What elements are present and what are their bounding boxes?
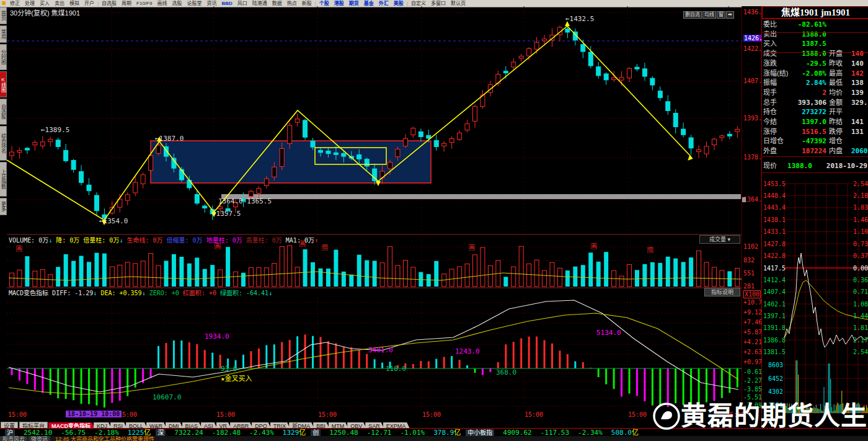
- index-name[interactable]: 深: [156, 429, 166, 436]
- time-label: 15:00: [8, 411, 27, 418]
- tick-axis-label: 8603: [763, 362, 783, 368]
- toolbar-button-窗[interactable]: 窗: [717, 11, 725, 19]
- panel-divider: [762, 52, 868, 53]
- index-name[interactable]: 创: [311, 429, 321, 436]
- quote-label: 涨跌: [763, 60, 777, 67]
- chart-annotation: 118.0: [386, 365, 406, 373]
- instrument-title: 焦煤1901 jm1901: [762, 6, 868, 19]
- sidebar-item-综合排名[interactable]: 综合排名: [0, 126, 7, 161]
- quote-value: 2: [788, 88, 826, 97]
- quote-value: 187224: [788, 146, 826, 156]
- tick-axis-label: 1391.8: [763, 324, 783, 331]
- volume-dropdown[interactable]: 成交量 ▾: [699, 235, 740, 244]
- chart-annotation: 5134.0: [596, 329, 621, 337]
- watermark: 黄磊的期货人生: [652, 400, 867, 432]
- quote-row-持仓: 持仓273272开平: [763, 107, 867, 117]
- quote-value: 1388.0: [788, 30, 826, 39]
- quote-value: -47392: [788, 136, 826, 146]
- time-label: 15:00: [525, 411, 543, 418]
- indicator-header-segment: 降: 0万: [52, 237, 79, 244]
- watermark-logo-icon: [652, 402, 681, 430]
- toolbar-button-均线[interactable]: 均线: [702, 11, 716, 19]
- quote-row-委比: 委比-82.61%: [763, 20, 867, 29]
- chart-annotation: ★金叉买入: [221, 373, 252, 383]
- chart-annotation: ←1432.5: [565, 15, 594, 23]
- quote-label: 总手: [763, 99, 777, 106]
- panel-divider: [762, 19, 868, 19]
- tick-pct-label: 0.36: [853, 277, 868, 283]
- indicator-header-segment: 倍量柱: 0万: [79, 237, 119, 244]
- quote-value: 1397.0: [788, 117, 826, 127]
- news-ticker: 股市风云微资讯12:45 大宗商品和化工品种价格需重理性: [0, 436, 868, 441]
- tick-pct-label: 1.08: [853, 301, 868, 308]
- sidebar-item-更多[interactable]: 更多: [0, 198, 7, 215]
- chart-annotation: 93.0: [221, 365, 237, 373]
- quote-label: 卖出: [763, 30, 777, 38]
- axis-label: +5.87: [743, 329, 762, 336]
- axis-label: +2.63: [743, 349, 762, 355]
- tick-pct-label: 0.37: [853, 252, 868, 259]
- toolbar-button-➡[interactable]: ➡: [726, 11, 734, 19]
- time-label: 15:00: [422, 411, 441, 418]
- quote-value-clipped: 141: [851, 117, 864, 127]
- sidebar-item-K线图[interactable]: K线图: [0, 71, 7, 97]
- news-text[interactable]: 12:45 大宗商品和化工品种价格需重理性: [55, 436, 154, 441]
- tick-pct-label: 1.83: [853, 204, 868, 211]
- chart-annotation: 1243.0: [455, 347, 480, 355]
- chart-toolbar: 删自选均线窗➡: [683, 7, 735, 15]
- quote-label: 开平: [829, 107, 843, 117]
- sidebar-item-分时图[interactable]: 分时图: [0, 44, 7, 70]
- tick-pct-label: 0.00: [853, 265, 868, 272]
- left-sidebar: 首页常用分时图K线图自选股综合排名上证指数更多: [0, 7, 7, 428]
- indicator-help-button[interactable]: 指标说明: [704, 288, 740, 296]
- sidebar-item-常用[interactable]: 常用: [0, 25, 7, 43]
- tick-axis-label: 1448.4: [763, 192, 783, 199]
- quote-row-卖出: 卖出1388.0: [763, 30, 867, 39]
- tick-axis-label: 1407.4: [763, 288, 783, 295]
- quote-label: 涨幅(结): [763, 69, 788, 77]
- chart-annotation: 1364.0-1365.5: [218, 197, 272, 205]
- tick-pct-label: 1.10: [853, 228, 868, 235]
- indicator-header-segment: 高量柱: 0万: [242, 237, 282, 244]
- tick-axis-label: 1417.5: [763, 265, 783, 272]
- indicator-header-segment: 红面积: +0: [179, 290, 216, 296]
- chart-annotation: ←1387.0: [155, 135, 184, 143]
- indicator-header-segment: DIFF: -1.29: [52, 290, 93, 296]
- sidebar-item-自选股[interactable]: 自选股: [0, 99, 7, 125]
- indicator-header-segment: 生命线: 0万: [123, 237, 162, 244]
- quote-value: 393,306: [788, 98, 826, 107]
- axis-label: 832: [743, 257, 755, 264]
- kline-chart[interactable]: [7, 6, 742, 419]
- toolbar-button-删自选[interactable]: 删自选: [683, 11, 702, 19]
- quote-value: 1387.5: [788, 39, 826, 48]
- news-tab-股市风云[interactable]: 股市风云: [0, 436, 27, 441]
- axis-label: -2.27: [743, 377, 762, 384]
- chart-annotation: 10607.0: [153, 393, 181, 401]
- quote-label: 增仓: [829, 136, 843, 146]
- chart-annotation: 1934.0: [205, 332, 229, 341]
- sidebar-item-上证指数[interactable]: 上证指数: [0, 162, 7, 197]
- volume-bar-tag: 高: [16, 246, 22, 252]
- quote-label: 今结: [763, 118, 777, 125]
- tick-axis-label: 1443.4: [763, 204, 783, 211]
- tick-axis-label: 6452: [763, 375, 783, 382]
- tick-pct-label: 1.81: [853, 324, 868, 331]
- chart-period-label: 30分钟(复权) 焦煤1901: [10, 7, 80, 17]
- quote-value-clipped: 138: [851, 78, 864, 87]
- axis-label: X100: [743, 290, 761, 298]
- sidebar-item-首页[interactable]: 首页: [0, 7, 7, 24]
- quote-panel: 焦煤1901 jm1901 委比-82.61%卖出1388.0买入1387.5成…: [761, 6, 868, 428]
- quote-label: 昨收: [829, 59, 843, 68]
- indicator-header-segment: ↓: [268, 290, 272, 296]
- volume-indicator-header: VOLUME: 0万↓ 降: 0万 倍量柱: 0万↓ 生命线: 0万 倍缩量: …: [9, 235, 318, 244]
- tick-axis-label: 1386.8: [763, 337, 783, 344]
- tick-axis-label: 1422.8: [763, 252, 783, 259]
- index-name[interactable]: 中小板指: [466, 429, 494, 436]
- tick-axis-label: 4302: [763, 388, 783, 395]
- indicator-header-segment: ZERO: +0: [146, 290, 179, 296]
- news-tab-微资讯[interactable]: 微资讯: [29, 436, 50, 441]
- tick-pct-label: 0.73: [853, 241, 868, 247]
- quote-value: -2.08%: [788, 69, 826, 78]
- index-name[interactable]: 沪: [5, 429, 15, 436]
- quote-value: 2.84%: [788, 78, 826, 87]
